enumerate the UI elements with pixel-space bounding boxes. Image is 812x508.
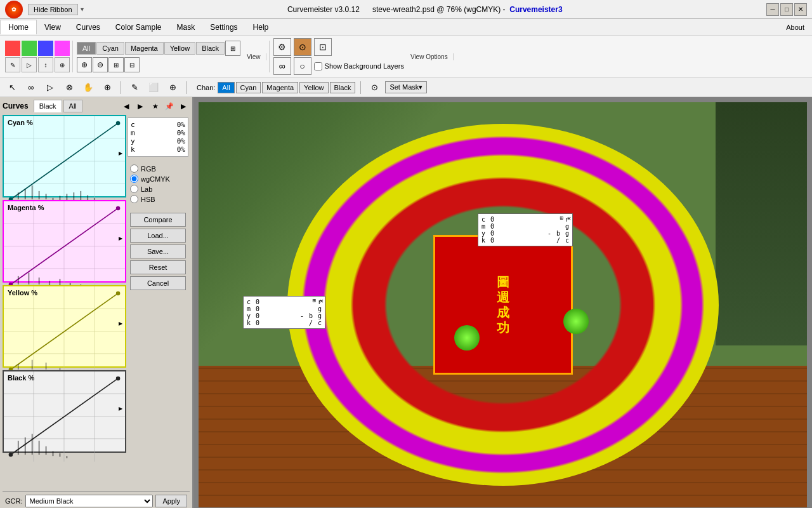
ribbon-chan-magenta[interactable]: Magenta bbox=[125, 42, 164, 55]
ribbon-chan-all[interactable]: All bbox=[77, 42, 96, 55]
view-opt-btn1[interactable]: ⚙ bbox=[273, 38, 291, 56]
tool-arrow[interactable]: ↖ bbox=[4, 79, 20, 96]
svg-point-67 bbox=[9, 453, 13, 457]
popup2-expand[interactable]: ⊞ bbox=[560, 215, 563, 221]
svg-rect-46 bbox=[32, 360, 33, 370]
curves-tab-all[interactable]: All bbox=[63, 100, 82, 112]
show-bg-label[interactable]: Show Background Layers bbox=[314, 62, 404, 70]
menu-home[interactable]: Home bbox=[0, 20, 37, 34]
radio-rgb-label: RGB bbox=[141, 165, 156, 173]
zoom-fit2-btn[interactable]: ⊞ bbox=[108, 57, 124, 72]
tool-zoom[interactable]: ⊕ bbox=[99, 79, 115, 96]
color-btn-magenta[interactable] bbox=[55, 41, 70, 56]
view-opt-btn3[interactable]: ⊡ bbox=[314, 38, 332, 56]
radio-wgcmyk-input[interactable] bbox=[130, 175, 138, 183]
radio-wgcmyk[interactable]: wgCMYK bbox=[130, 175, 186, 183]
show-bg-checkbox[interactable] bbox=[314, 62, 322, 70]
menu-mask[interactable]: Mask bbox=[169, 20, 203, 34]
popup1-close[interactable]: ✕ bbox=[320, 297, 324, 304]
menu-view[interactable]: View bbox=[37, 20, 69, 34]
radio-hsb-input[interactable] bbox=[130, 195, 138, 203]
cyan-curve-graph[interactable]: Cyan % bbox=[3, 115, 126, 197]
tool-hand[interactable]: ✋ bbox=[80, 79, 96, 96]
view-opt-btn2[interactable]: ⊙ bbox=[294, 38, 311, 56]
y-value-row: y 0% bbox=[131, 137, 185, 145]
color-btn-red[interactable] bbox=[5, 41, 20, 56]
channel-options-btn[interactable]: ⊞ bbox=[225, 41, 240, 56]
popup1-row3: y 0 - b g bbox=[247, 312, 322, 319]
curves-pin-btn[interactable]: 📌 bbox=[163, 100, 176, 112]
color-btn-blue[interactable] bbox=[38, 41, 53, 56]
radio-lab[interactable]: Lab bbox=[130, 185, 186, 193]
zoom-fit-btn[interactable]: ⊕ bbox=[77, 57, 92, 72]
menu-curves[interactable]: Curves bbox=[69, 20, 108, 34]
menu-settings[interactable]: Settings bbox=[202, 20, 245, 34]
popup1-k-key: k bbox=[247, 319, 251, 326]
tool-btn-1[interactable]: ✎ bbox=[5, 57, 20, 72]
curves-nav-right[interactable]: ▶ bbox=[134, 100, 147, 112]
save-button[interactable]: Save... bbox=[130, 244, 186, 258]
set-mask-button[interactable]: Set Mask▾ bbox=[385, 81, 427, 93]
tool-copy[interactable]: ⬜ bbox=[145, 79, 162, 96]
svg-point-68 bbox=[116, 377, 121, 381]
canvas-area: 圖週成功 ↖ ✕ ⊞ c 0 r bbox=[193, 97, 812, 508]
chan-btn-black[interactable]: Black bbox=[330, 82, 356, 93]
menu-about[interactable]: About bbox=[778, 21, 812, 34]
close-button[interactable]: ✕ bbox=[794, 3, 807, 16]
chan-btn-cyan[interactable]: Cyan bbox=[236, 82, 261, 93]
tool-link[interactable]: ∞ bbox=[23, 79, 39, 96]
chan-btn-yellow[interactable]: Yellow bbox=[299, 82, 328, 93]
chan-btn-all[interactable]: All bbox=[218, 82, 234, 93]
chan-btn-magenta[interactable]: Magenta bbox=[262, 82, 298, 93]
tool-select[interactable]: ▷ bbox=[42, 79, 58, 96]
c-val: 0% bbox=[177, 121, 185, 129]
popup1-expand[interactable]: ⊞ bbox=[313, 297, 316, 304]
center-sign: 圖週成功 bbox=[433, 235, 573, 375]
tool-paste[interactable]: ⊕ bbox=[164, 79, 181, 96]
svg-rect-31 bbox=[39, 277, 40, 284]
bg-layers-toggle[interactable]: ∞ bbox=[273, 57, 291, 75]
popup2-g-key: g bbox=[565, 223, 569, 230]
hide-ribbon-button[interactable]: Hide Ribbon bbox=[28, 4, 78, 15]
yellow-curve-graph[interactable]: Yellow % bbox=[3, 285, 126, 368]
minimize-button[interactable]: ─ bbox=[766, 3, 779, 16]
black-curve-graph[interactable]: Black % bbox=[3, 370, 126, 453]
load-button[interactable]: Load... bbox=[130, 229, 186, 243]
tool-btn-4[interactable]: ⊕ bbox=[55, 57, 70, 72]
ribbon-chan-yellow[interactable]: Yellow bbox=[164, 42, 195, 55]
popup2-close[interactable]: ✕ bbox=[567, 215, 571, 222]
radio-rgb-input[interactable] bbox=[130, 164, 138, 173]
mask-icon[interactable]: ⊙ bbox=[366, 79, 383, 96]
ribbon-chan-cyan[interactable]: Cyan bbox=[96, 42, 124, 55]
tool-btn-2[interactable]: ▷ bbox=[22, 57, 37, 72]
zoom-out-btn[interactable]: ⊖ bbox=[93, 57, 108, 72]
maximize-button[interactable]: □ bbox=[780, 3, 793, 16]
tool-eyedropper[interactable]: ✎ bbox=[126, 79, 143, 96]
radio-hsb[interactable]: HSB bbox=[130, 195, 186, 203]
gcr-select[interactable]: Medium Black Light Black Heavy Black Non… bbox=[25, 495, 154, 507]
ribbon-chan-black[interactable]: Black bbox=[196, 42, 225, 55]
compare-button[interactable]: Compare bbox=[130, 213, 186, 227]
menu-help[interactable]: Help bbox=[246, 20, 277, 34]
magenta-curve-graph[interactable]: Magenta % bbox=[3, 200, 126, 283]
cancel-button[interactable]: Cancel bbox=[130, 276, 186, 290]
curves-star-btn[interactable]: ★ bbox=[149, 100, 162, 112]
tool-btn-3[interactable]: ↕ bbox=[38, 57, 53, 72]
menu-color-sample[interactable]: Color Sample bbox=[108, 20, 169, 34]
tool-lasso[interactable]: ⊗ bbox=[61, 79, 77, 96]
zoom-actual-btn[interactable]: ⊟ bbox=[124, 57, 140, 72]
curves-nav-left[interactable]: ◀ bbox=[120, 100, 133, 112]
curves-tab-black[interactable]: Black bbox=[34, 100, 62, 112]
radio-lab-input[interactable] bbox=[130, 185, 138, 193]
apply-button[interactable]: Apply bbox=[155, 495, 187, 507]
svg-rect-63 bbox=[45, 446, 46, 455]
toggle-bg[interactable]: ○ bbox=[294, 57, 311, 75]
popup1-g-key: g bbox=[318, 305, 322, 312]
reset-button[interactable]: Reset bbox=[130, 260, 186, 274]
ribbon-view-options-group: ⚙ ⊙ ⊡ ∞ ○ Show Background Layers View Op… bbox=[271, 38, 456, 75]
radio-rgb[interactable]: RGB bbox=[130, 164, 186, 173]
curves-menu-btn[interactable]: ▶ bbox=[177, 100, 190, 112]
color-btn-green[interactable] bbox=[22, 41, 37, 56]
svg-rect-66 bbox=[66, 456, 67, 458]
cyan-triangle: ▶ bbox=[119, 150, 122, 156]
